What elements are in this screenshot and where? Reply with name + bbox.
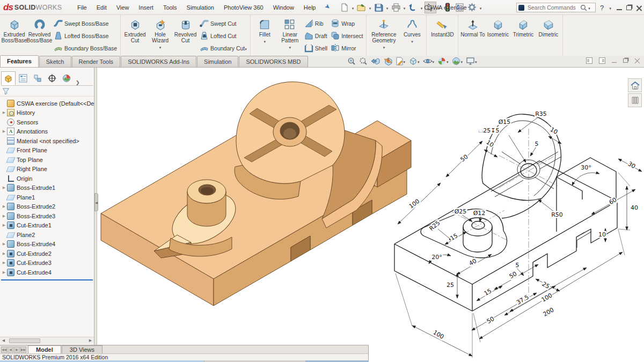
instant3d-button[interactable]: Instant3D <box>428 16 456 38</box>
tree-item[interactable]: Boss-Extrude3 <box>1 211 94 221</box>
revolved-boss-base-button[interactable]: Revolved Boss/Base <box>27 16 52 43</box>
isometric-button[interactable]: Isometric <box>485 16 510 38</box>
menu-tools[interactable]: Tools <box>159 3 181 12</box>
expand-arrow-icon[interactable] <box>1 261 7 265</box>
menu-simulation[interactable]: Simulation <box>182 3 218 12</box>
tab-3d-views[interactable]: 3D Views <box>62 345 103 353</box>
expand-arrow-icon[interactable] <box>1 223 7 227</box>
tree-item[interactable]: Cut-Extrude4 <box>1 268 94 277</box>
appearance-dropdown[interactable] <box>447 58 449 64</box>
tab-solidworks-add-ins[interactable]: SOLIDWORKS Add-Ins <box>121 56 196 67</box>
doc-minimize-icon[interactable] <box>612 58 617 63</box>
scrollbar-thumb[interactable] <box>9 338 40 343</box>
new-dropdown[interactable] <box>351 4 355 11</box>
menu-window[interactable]: Window <box>269 3 298 12</box>
apply-scene-icon[interactable] <box>451 56 464 67</box>
tree-item[interactable]: Plane2 <box>1 230 94 240</box>
tree-item[interactable]: Plane1 <box>1 193 94 202</box>
boundary-boss-base-button[interactable]: Boundary Boss/Base <box>52 42 119 54</box>
tab-simulation[interactable]: Simulation <box>197 56 238 67</box>
expand-arrow-icon[interactable] <box>1 214 7 218</box>
tree-item[interactable]: Sensors <box>1 117 94 127</box>
panel-collapse-handle[interactable]: ◀ <box>94 193 98 211</box>
tree-item[interactable]: Annotations <box>1 127 94 137</box>
expand-arrow-icon[interactable] <box>1 252 7 256</box>
reference-geometry-dropdown[interactable] <box>383 43 385 50</box>
configurationmanager-tab[interactable] <box>30 71 45 85</box>
search-icon[interactable] <box>580 4 587 11</box>
viewport-canvas[interactable] <box>94 68 644 362</box>
open-dropdown[interactable] <box>368 4 372 11</box>
hole-wizard-dropdown[interactable] <box>159 43 162 50</box>
tab-solidworks-mbd[interactable]: SOLIDWORKS MBD <box>239 56 308 67</box>
linear-pattern-button[interactable]: Linear Pattern <box>277 16 303 50</box>
save-dropdown[interactable] <box>385 4 390 11</box>
reference-geometry-button[interactable]: Reference Geometry <box>368 16 399 50</box>
menu-view[interactable]: View <box>112 3 134 12</box>
trimetric-button[interactable]: Trimetric <box>510 16 536 38</box>
boundary-cut-dropdown[interactable] <box>245 45 247 51</box>
tree-item[interactable]: Boss-Extrude1 <box>1 183 94 193</box>
search-dropdown[interactable] <box>587 4 591 11</box>
curves-button[interactable]: Curves <box>399 16 425 44</box>
menu-edit[interactable]: Edit <box>92 3 111 12</box>
extruded-cut-button[interactable]: Extruded Cut <box>122 16 148 43</box>
curves-dropdown[interactable] <box>411 38 413 44</box>
hide-show-dropdown[interactable] <box>433 58 435 64</box>
tree-item[interactable]: Boss-Extrude2 <box>1 202 94 212</box>
view-settings-sheet-icon[interactable] <box>394 56 407 67</box>
open-document-button[interactable] <box>356 2 368 13</box>
menu-file[interactable]: File <box>73 3 91 12</box>
next-sheet-icon[interactable]: ▶ <box>14 346 20 353</box>
filter-funnel-icon[interactable] <box>2 87 10 95</box>
tree-item[interactable]: Right Plane <box>1 165 94 174</box>
menu-photoview360[interactable]: PhotoView 360 <box>219 3 268 12</box>
restore-button[interactable] <box>626 5 632 10</box>
view-orientation-icon[interactable] <box>407 56 421 67</box>
close-button[interactable] <box>636 5 642 11</box>
normal-to-button[interactable]: Normal To <box>460 16 485 38</box>
expand-arrow-icon[interactable] <box>1 242 7 246</box>
previous-document-icon[interactable] <box>586 57 592 64</box>
scene-dropdown[interactable] <box>461 58 463 64</box>
pin-menu-icon[interactable]: ➤ <box>322 2 332 12</box>
expand-arrow-icon[interactable] <box>1 110 7 115</box>
fillet-dropdown[interactable] <box>264 38 266 44</box>
shell-button[interactable]: Shell <box>303 42 329 54</box>
tree-item[interactable]: Cut-Extrude3 <box>1 258 94 268</box>
tree-item[interactable]: Top Plane <box>1 155 94 165</box>
view-selector-button[interactable] <box>628 93 642 107</box>
view-orientation-dropdown[interactable] <box>418 58 420 64</box>
tree-item[interactable]: Material <not specified> <box>1 136 94 146</box>
tree-item[interactable]: Cut-Extrude1 <box>1 221 94 231</box>
minimize-button[interactable] <box>617 5 622 10</box>
fillet-button[interactable]: Fillet <box>252 16 277 44</box>
boundary-cut-button[interactable]: Boundary Cut <box>198 42 248 54</box>
panel-tabs-overflow-icon[interactable]: ❯ <box>76 80 80 85</box>
help-dropdown[interactable] <box>608 4 612 11</box>
last-sheet-icon[interactable]: ▶▶ <box>20 346 26 353</box>
tab-features[interactable]: Features <box>0 55 39 67</box>
tree-item[interactable]: Front Plane <box>1 146 94 156</box>
next-document-icon[interactable] <box>599 57 605 64</box>
menu-help[interactable]: Help <box>299 3 320 12</box>
scroll-right-icon[interactable]: ▶ <box>87 337 94 344</box>
search-commands-box[interactable] <box>516 3 596 12</box>
help-button[interactable]: ? <box>600 4 604 12</box>
expand-arrow-icon[interactable] <box>1 270 7 275</box>
view-display-dropdown[interactable] <box>475 58 477 64</box>
rollback-bar[interactable] <box>1 279 93 280</box>
tree-item[interactable]: History <box>1 108 94 118</box>
tree-item[interactable]: Cut-Extrude2 <box>1 249 94 258</box>
hole-wizard-button[interactable]: Hole Wizard <box>148 16 173 50</box>
extruded-boss-base-button[interactable]: Extruded Boss/Base <box>2 16 27 43</box>
wrap-button[interactable]: Wrap <box>329 17 364 29</box>
dimetric-button[interactable]: Dimetric <box>536 16 561 38</box>
mirror-button[interactable]: Mirror <box>329 42 364 54</box>
search-input[interactable] <box>526 4 580 11</box>
lofted-boss-base-button[interactable]: Lofted Boss/Base <box>52 29 119 42</box>
draft-button[interactable]: Draft <box>303 29 329 42</box>
view-settings-dropdown[interactable] <box>404 58 406 64</box>
rib-button[interactable]: Rib <box>303 17 329 29</box>
displaymanager-tab[interactable] <box>59 71 74 85</box>
